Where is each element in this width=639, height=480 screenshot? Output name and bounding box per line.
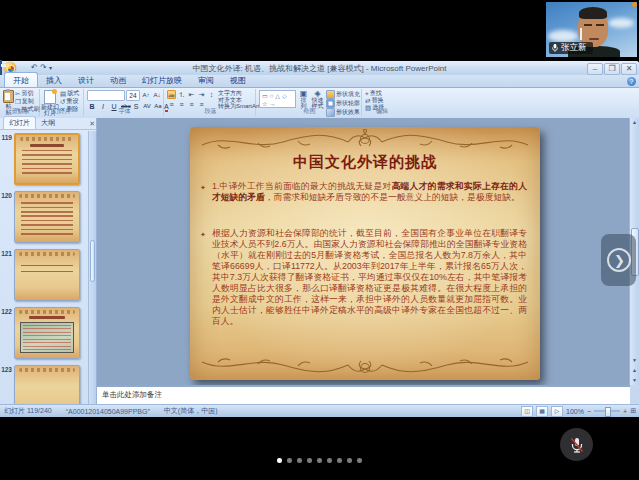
copy-icon: ❐	[15, 98, 21, 105]
next-page-overlay-button[interactable]: ❯	[601, 234, 636, 286]
numbering-button[interactable]: ⒈	[177, 90, 186, 99]
pane-tab-slides[interactable]: 幻灯片	[3, 116, 36, 129]
notes-placeholder: 单击此处添加备注	[97, 387, 630, 400]
replace-icon: ⇄	[365, 97, 370, 104]
cloud-shape	[548, 30, 578, 42]
slideshow-button[interactable]: ▷	[551, 406, 563, 417]
zoom-level: 100%	[566, 408, 584, 415]
status-bar: 幻灯片 119/240 “A00012014050A99PPBG” 中文(简体，…	[0, 404, 639, 417]
minimize-button[interactable]: –	[587, 63, 603, 75]
ornament-bottom	[198, 354, 532, 378]
bullet-icon: ✦	[200, 182, 206, 193]
ornament-top	[198, 129, 532, 153]
page-dot[interactable]	[277, 458, 282, 463]
cloud-shape	[608, 18, 634, 28]
ribbon: 粘贴 ✂剪切 ❐复制 ✑格式刷 剪贴板 新建幻灯片	[0, 88, 639, 119]
close-button[interactable]: ✕	[621, 63, 637, 75]
slide-thumbnail[interactable]: 120	[0, 191, 88, 243]
pane-close-icon[interactable]: ✕	[89, 120, 95, 127]
copy-button[interactable]: ❐复制	[15, 98, 39, 105]
increase-indent-button[interactable]: ⇥	[197, 90, 206, 99]
group-label: 幻灯片	[40, 107, 83, 116]
mic-icon	[552, 44, 558, 52]
zoom-out-icon[interactable]: −	[587, 408, 591, 415]
current-slide[interactable]: 中国文化外译的挑战 ✦1.中译外工作当前面临的最大的挑战无疑是对高端人才的需求和…	[190, 127, 540, 380]
font-name-box[interactable]	[87, 90, 125, 101]
shapes-gallery[interactable]: ▭○△ ◇☆→	[259, 90, 296, 108]
tab-review[interactable]: 审阅	[190, 73, 222, 87]
thumbnail-preview	[14, 249, 80, 301]
scroll-up-icon[interactable]: ▲	[630, 118, 639, 127]
earphone-wire	[580, 28, 582, 40]
slides-pane: 幻灯片 大纲 ✕ 119 120 121 122	[0, 118, 97, 404]
page-dot[interactable]	[327, 458, 332, 463]
zoom-slider-knob[interactable]	[605, 407, 611, 417]
maximize-button[interactable]: ❐	[604, 63, 620, 75]
layout-button[interactable]: ▤版式	[60, 90, 79, 97]
notes-pane[interactable]: 单击此处添加备注	[97, 385, 630, 404]
page-dots[interactable]	[277, 458, 362, 463]
slide-indicator: 幻灯片 119/240	[4, 406, 52, 416]
zoom-slider[interactable]	[594, 410, 620, 412]
page-dot[interactable]	[347, 458, 352, 463]
help-button[interactable]: ?	[627, 77, 636, 86]
slide-thumbnail[interactable]: 119	[0, 133, 88, 185]
shrink-font-button[interactable]: A↓	[152, 91, 162, 100]
tab-view[interactable]: 视图	[222, 73, 254, 87]
font-size-box[interactable]: 24	[126, 90, 140, 101]
fit-to-window-icon[interactable]: ⊞	[630, 407, 636, 415]
pane-tab-outline[interactable]: 大纲	[36, 117, 60, 129]
cut-button[interactable]: ✂剪切	[15, 90, 39, 97]
tab-home[interactable]: 开始	[4, 72, 38, 87]
page-dot[interactable]	[337, 458, 342, 463]
group-paragraph: ≔ ⒈ ⇤ ⇥ ↕ ≡ ≡ ≡ ≡	[166, 89, 256, 116]
tab-design[interactable]: 设计	[70, 73, 102, 87]
participant-video[interactable]: 张立新	[546, 2, 637, 57]
slide-thumbnail[interactable]: 122	[0, 307, 88, 359]
thumbnail-preview	[14, 133, 80, 185]
slide-sorter-button[interactable]: ▦	[536, 406, 548, 417]
tab-animations[interactable]: 动画	[102, 73, 134, 87]
group-editing: ⌖查找 ⇄替换 ▧选择 编辑	[364, 89, 400, 116]
normal-view-button[interactable]: ◫	[521, 406, 533, 417]
arrange-icon: ▣	[300, 90, 308, 97]
page-dot[interactable]	[297, 458, 302, 463]
chevron-right-icon: ❯	[607, 248, 631, 272]
grow-font-button[interactable]: A↑	[141, 91, 151, 100]
page-dot[interactable]	[287, 458, 292, 463]
previous-slide-icon[interactable]: ▲	[630, 366, 639, 375]
new-slide-icon	[44, 90, 56, 104]
next-slide-icon[interactable]: ▼	[630, 376, 639, 385]
tab-insert[interactable]: 插入	[38, 73, 70, 87]
shape-fill-button[interactable]: 形状填充	[326, 90, 360, 99]
group-label: 编辑	[364, 107, 400, 116]
group-label: 段落	[166, 107, 255, 116]
slide-number: 120	[0, 191, 12, 199]
conference-screen: 张立新 ↶ ↷ ▾ 中国文化外译: 机遇、挑战和解决之道 [兼容模式] - Mi…	[0, 0, 639, 480]
slide-number: 122	[0, 307, 12, 315]
page-dot[interactable]	[357, 458, 362, 463]
slide-thumbnail[interactable]: 123	[0, 365, 88, 404]
slide-number: 123	[0, 365, 12, 373]
page-dot[interactable]	[307, 458, 312, 463]
group-font: 24 A↑ A↓ B I U abc S AV Aa A 字	[86, 89, 164, 116]
replace-button[interactable]: ⇄替换	[365, 97, 384, 104]
paste-icon	[3, 90, 14, 103]
reset-button[interactable]: ↺重设	[60, 98, 79, 105]
participant-name: 张立新	[561, 42, 587, 54]
pane-scrollbar[interactable]	[88, 131, 96, 404]
decrease-indent-button[interactable]: ⇤	[187, 90, 196, 99]
page-dot[interactable]	[317, 458, 322, 463]
slide-paragraph: ✦根据人力资源和社会保障部的统计，截至目前，全国国有企事业单位在职翻译专业技术人…	[212, 228, 527, 327]
participant-mouth	[589, 38, 599, 40]
bullets-button[interactable]: ≔	[167, 90, 176, 99]
layout-icon: ▤	[60, 90, 66, 97]
find-button[interactable]: ⌖查找	[365, 90, 384, 97]
line-spacing-button[interactable]: ↕	[207, 90, 216, 99]
scroll-down-icon[interactable]: ▼	[630, 356, 639, 365]
tab-slideshow[interactable]: 幻灯片放映	[134, 73, 190, 87]
mute-button[interactable]	[560, 428, 593, 461]
find-icon: ⌖	[365, 90, 369, 97]
slide-thumbnail[interactable]: 121	[0, 249, 88, 301]
zoom-in-icon[interactable]: +	[623, 408, 627, 415]
